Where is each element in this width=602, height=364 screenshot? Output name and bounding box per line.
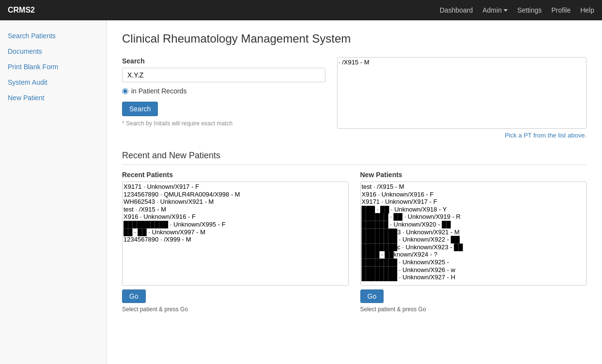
pick-label: Pick a PT from the list above. bbox=[337, 132, 587, 139]
new-patient-item[interactable]: ████ · ██known/X924 - ? bbox=[362, 251, 586, 258]
search-radio-group: in Patient Records bbox=[122, 87, 325, 95]
brand: CRMS2 bbox=[8, 6, 35, 15]
new-patients-col: New Patients test · /X915 - MX916 · Unkn… bbox=[360, 171, 587, 313]
sidebar-item-documents[interactable]: Documents bbox=[0, 44, 106, 59]
recent-section-title: Recent and New Patients bbox=[122, 151, 587, 165]
recent-patients-listbox[interactable]: X9171 · Unknown/X917 - F1234567890 · QMU… bbox=[122, 182, 349, 286]
recent-patients-list[interactable]: X9171 · Unknown/X917 - F1234567890 · QMU… bbox=[123, 182, 348, 285]
recent-patient-item[interactable]: ██████████ · Unknown/X995 - F bbox=[123, 221, 347, 228]
recent-patient-item[interactable]: X9171 · Unknown/X917 - F bbox=[123, 183, 347, 191]
patients-row: Recent Patients X9171 · Unknown/X917 - F… bbox=[122, 171, 587, 313]
new-patients-go-button[interactable]: Go bbox=[360, 289, 384, 303]
search-right-panel: · /X915 - M Pick a PT from the list abov… bbox=[337, 57, 587, 139]
nav-settings[interactable]: Settings bbox=[517, 6, 542, 14]
recent-patient-item[interactable]: 1234567890 · /X999 - M bbox=[123, 236, 347, 243]
new-patients-label: New Patients bbox=[360, 171, 587, 179]
search-section: Search in Patient Records Search * Searc… bbox=[122, 57, 587, 139]
recent-section: Recent and New Patients Recent Patients … bbox=[122, 151, 587, 313]
in-patient-records-radio[interactable] bbox=[122, 88, 128, 94]
recent-patient-item[interactable]: ██ · ██ · Unknown/X997 - M bbox=[123, 228, 347, 236]
layout: Search Patients Documents Print Blank Fo… bbox=[0, 20, 602, 364]
nav-dashboard[interactable]: Dashboard bbox=[440, 6, 473, 14]
recent-patients-go-button[interactable]: Go bbox=[122, 289, 146, 303]
nav-admin[interactable]: Admin bbox=[482, 6, 508, 14]
recent-patient-item[interactable]: X916 · Unknown/X916 - F bbox=[123, 213, 347, 221]
new-patient-item[interactable]: ███ · ██ · Unknown/X918 - Y bbox=[362, 206, 586, 213]
recent-patients-label: Recent Patients bbox=[122, 171, 349, 179]
new-patient-item[interactable]: ██████ · Unknown/X920 - ██ bbox=[362, 221, 586, 228]
new-patient-item[interactable]: ████████ · Unknown/X927 - H bbox=[362, 273, 586, 281]
sidebar-item-new-patient[interactable]: New Patient bbox=[0, 90, 106, 106]
recent-patients-col: Recent Patients X9171 · Unknown/X917 - F… bbox=[122, 171, 349, 313]
search-button[interactable]: Search bbox=[122, 102, 158, 116]
new-patient-item[interactable]: ████████ · Unknown/X926 - w bbox=[362, 266, 586, 274]
search-left-panel: Search in Patient Records Search * Searc… bbox=[122, 57, 325, 139]
search-input[interactable] bbox=[122, 68, 325, 82]
search-hint: * Search by Initails will require exact … bbox=[122, 120, 325, 127]
new-patient-item[interactable]: ████████ · Unknown/X922 - ██ bbox=[362, 236, 586, 243]
sidebar-item-search-patients[interactable]: Search Patients bbox=[0, 28, 106, 44]
search-result-item: · /X915 - M bbox=[339, 59, 585, 66]
recent-patient-item[interactable]: WH662543 · Unknown/X921 - M bbox=[123, 198, 347, 206]
main-content: Clinical Rheumatology Management System … bbox=[107, 20, 602, 364]
search-label: Search bbox=[122, 57, 325, 65]
new-patient-item[interactable]: X9171 · Unknown/X917 - F bbox=[362, 198, 586, 206]
new-patient-item[interactable]: ████████c · Unknown/X923 - ██ bbox=[362, 243, 586, 251]
sidebar-item-print-blank-form[interactable]: Print Blank Form bbox=[0, 59, 106, 75]
new-patient-item[interactable]: test · /X915 - M bbox=[362, 183, 586, 191]
new-patient-item[interactable]: ████████ · Unknown/X925 - bbox=[362, 258, 586, 266]
recent-patient-item[interactable]: test · /X915 - M bbox=[123, 206, 347, 213]
nav-help[interactable]: Help bbox=[580, 6, 594, 14]
new-patient-item[interactable]: X916 · Unknown/X916 - F bbox=[362, 191, 586, 198]
in-patient-records-label: in Patient Records bbox=[131, 87, 186, 95]
admin-caret-icon bbox=[504, 9, 508, 12]
new-patient-item[interactable]: ████████3 · Unknown/X921 - M bbox=[362, 228, 586, 236]
new-patient-item[interactable]: ██████ · ██ · Unknown/X919 - R bbox=[362, 213, 586, 221]
search-results-list[interactable]: · /X915 - M bbox=[338, 58, 586, 128]
navbar: CRMS2 Dashboard Admin Settings Profile H… bbox=[0, 0, 602, 20]
recent-patient-item[interactable]: 1234567890 · QMULR4RA0094/X998 - M bbox=[123, 191, 347, 198]
search-results-box[interactable]: · /X915 - M bbox=[337, 57, 587, 129]
page-title: Clinical Rheumatology Management System bbox=[122, 32, 587, 46]
sidebar: Search Patients Documents Print Blank Fo… bbox=[0, 20, 107, 364]
nav-profile[interactable]: Profile bbox=[552, 6, 571, 14]
recent-patients-hint: Select patient & press Go bbox=[122, 306, 349, 313]
sidebar-item-system-audit[interactable]: System Audit bbox=[0, 75, 106, 90]
navbar-links: Dashboard Admin Settings Profile Help bbox=[440, 6, 594, 14]
new-patients-listbox[interactable]: test · /X915 - MX916 · Unknown/X916 - FX… bbox=[360, 182, 587, 286]
new-patients-list[interactable]: test · /X915 - MX916 · Unknown/X916 - FX… bbox=[361, 182, 587, 285]
new-patients-hint: Select patient & press Go bbox=[360, 306, 587, 313]
